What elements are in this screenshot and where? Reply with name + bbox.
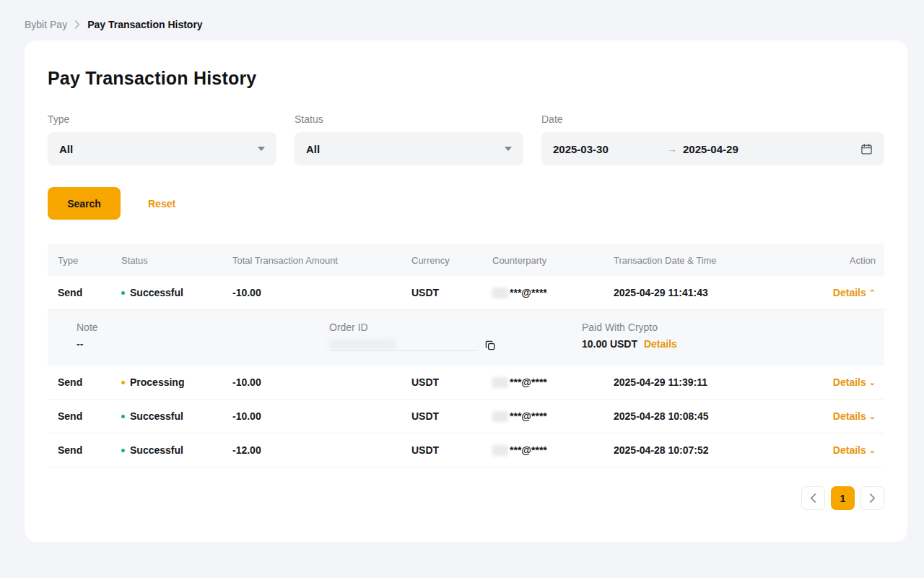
redacted-blur: [492, 288, 508, 298]
redacted-blur: [492, 411, 508, 422]
status-badge: Processing: [121, 376, 232, 388]
order-id-redacted-value: [329, 338, 478, 351]
date-range-arrow-icon: →: [661, 143, 683, 155]
details-toggle[interactable]: Details⌄: [833, 444, 876, 456]
pay-transaction-history-card: Pay Transaction History Type All Status …: [25, 40, 907, 542]
details-toggle[interactable]: Details⌃: [833, 287, 876, 298]
cell-datetime: 2025-04-28 10:08:45: [614, 410, 820, 422]
cell-counterparty: ***@****: [492, 410, 614, 422]
pagination-next-button[interactable]: [860, 486, 884, 510]
table-row: Send Successful -12.00 USDT ***@**** 202…: [48, 434, 884, 467]
cell-amount: -10.00: [232, 376, 411, 388]
pagination-page-1-button[interactable]: 1: [831, 486, 855, 510]
paid-details-link[interactable]: Details: [644, 338, 677, 350]
cell-amount: -10.00: [232, 287, 411, 298]
details-toggle[interactable]: Details⌄: [833, 410, 876, 422]
header-amount: Total Transaction Amount: [232, 255, 411, 266]
cell-currency: USDT: [411, 287, 492, 298]
reset-button[interactable]: Reset: [148, 198, 175, 210]
table-row: Send Successful -10.00 USDT ***@**** 202…: [48, 400, 884, 434]
type-filter-label: Type: [48, 113, 276, 125]
caret-down-icon: [505, 147, 512, 151]
status-badge: Successful: [121, 410, 232, 422]
cell-amount: -12.00: [232, 444, 411, 456]
expanded-detail-panel: Note -- Order ID Paid With Crypto: [48, 310, 884, 366]
table-row: Send Processing -10.00 USDT ***@**** 202…: [48, 366, 884, 400]
note-label: Note: [77, 322, 329, 333]
date-range-picker[interactable]: 2025-03-30 → 2025-04-29: [541, 132, 884, 165]
chevron-right-icon: [74, 20, 80, 29]
cell-type: Send: [58, 287, 121, 298]
date-start-value[interactable]: 2025-03-30: [553, 143, 661, 155]
table-header-row: Type Status Total Transaction Amount Cur…: [48, 244, 884, 276]
header-datetime: Transaction Date & Time: [614, 255, 820, 266]
transactions-table: Type Status Total Transaction Amount Cur…: [48, 244, 884, 467]
cell-type: Send: [58, 410, 121, 422]
redacted-blur: [492, 445, 508, 456]
status-filter-group: Status All: [295, 113, 523, 165]
status-text: Successful: [130, 287, 183, 298]
order-id-block: Order ID: [329, 322, 582, 351]
cell-currency: USDT: [411, 410, 492, 422]
status-badge: Successful: [121, 287, 232, 298]
header-counterparty: Counterparty: [492, 255, 614, 266]
redacted-blur: [329, 339, 396, 350]
status-text: Processing: [130, 376, 184, 388]
paid-amount: 10.00 USDT: [582, 338, 637, 350]
paid-with-crypto-label: Paid With Crypto: [582, 322, 876, 333]
redacted-blur: [492, 377, 508, 388]
date-filter-label: Date: [541, 113, 884, 125]
details-toggle[interactable]: Details⌄: [833, 376, 876, 388]
status-dot-icon: [121, 381, 125, 384]
status-text: Successful: [130, 444, 183, 456]
header-status: Status: [121, 255, 232, 266]
pagination-prev-button[interactable]: [801, 486, 825, 510]
table-row: Send Successful -10.00 USDT ***@**** 202…: [48, 276, 884, 310]
filter-actions-row: Search Reset: [48, 187, 884, 220]
status-dot-icon: [121, 291, 125, 295]
chevron-down-icon: ⌄: [869, 412, 876, 421]
type-filter-value: All: [59, 143, 73, 155]
date-filter-group: Date 2025-03-30 → 2025-04-29: [541, 113, 884, 165]
cell-type: Send: [58, 444, 121, 456]
order-id-label: Order ID: [329, 322, 582, 333]
status-filter-label: Status: [295, 113, 523, 125]
cell-datetime: 2025-04-29 11:39:11: [614, 376, 820, 388]
status-dot-icon: [121, 449, 125, 452]
note-block: Note --: [77, 322, 329, 351]
type-filter-select[interactable]: All: [48, 132, 276, 165]
chevron-up-icon: ⌃: [869, 288, 876, 298]
cell-counterparty: ***@****: [492, 376, 614, 388]
type-filter-group: Type All: [48, 113, 276, 165]
cell-type: Send: [58, 376, 121, 388]
cell-amount: -10.00: [232, 410, 411, 422]
cell-counterparty: ***@****: [492, 444, 614, 456]
chevron-down-icon: ⌄: [869, 378, 876, 387]
header-currency: Currency: [411, 255, 492, 266]
cell-currency: USDT: [411, 444, 492, 456]
note-value: --: [77, 338, 329, 350]
copy-icon[interactable]: [485, 340, 496, 351]
status-badge: Successful: [121, 444, 232, 456]
breadcrumb-bybit-pay[interactable]: Bybit Pay: [25, 19, 67, 30]
filters-row: Type All Status All Date 2025-03-30 → 20…: [48, 113, 884, 165]
chevron-down-icon: ⌄: [869, 446, 876, 455]
date-end-value[interactable]: 2025-04-29: [683, 143, 860, 155]
status-filter-select[interactable]: All: [295, 132, 523, 165]
cell-counterparty: ***@****: [492, 286, 614, 298]
cell-datetime: 2025-04-28 10:07:52: [614, 444, 820, 456]
calendar-icon[interactable]: [860, 143, 873, 155]
cell-currency: USDT: [411, 376, 492, 388]
breadcrumb: Bybit Pay Pay Transaction History: [0, 0, 924, 30]
pagination: 1: [48, 486, 884, 510]
breadcrumb-current: Pay Transaction History: [87, 19, 203, 30]
caret-down-icon: [258, 147, 265, 151]
status-filter-value: All: [306, 143, 320, 155]
status-text: Successful: [130, 410, 183, 422]
paid-with-crypto-block: Paid With Crypto 10.00 USDT Details: [582, 322, 876, 351]
cell-datetime: 2025-04-29 11:41:43: [614, 287, 820, 298]
header-type: Type: [58, 255, 121, 266]
search-button[interactable]: Search: [48, 187, 121, 220]
status-dot-icon: [121, 415, 125, 418]
page-title: Pay Transaction History: [48, 68, 884, 89]
